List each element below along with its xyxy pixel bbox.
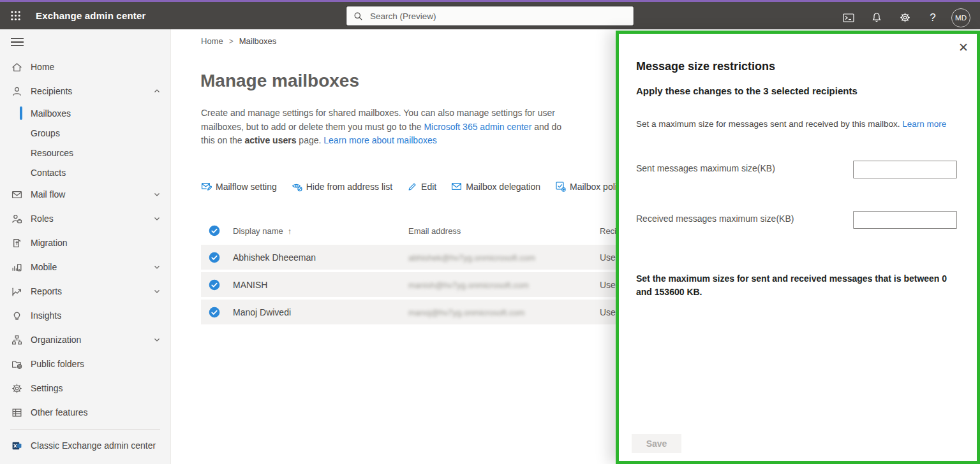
cloud-shell-button[interactable] xyxy=(835,4,863,31)
app-launcher-icon xyxy=(10,10,21,21)
edit-button[interactable]: Edit xyxy=(407,182,436,192)
display-name-text: Abhishek Dheeeman xyxy=(233,252,316,263)
sidebar-item-organization[interactable]: Organization xyxy=(0,328,170,352)
sidebar-item-public-folders[interactable]: Public folders xyxy=(0,352,170,376)
topbar: Exchange admin center xyxy=(0,0,980,29)
description-text: page. xyxy=(296,135,323,145)
hide-from-address-list-icon xyxy=(292,181,302,192)
sidebar-item-label: Groups xyxy=(31,128,60,138)
app-title: Exchange admin center xyxy=(36,10,146,21)
search-box[interactable] xyxy=(346,6,634,25)
help-icon: ? xyxy=(930,11,935,24)
email-text-redacted: abhishek@hv7yg.onmicrosoft.com xyxy=(408,253,535,263)
sidebar-item-other-features[interactable]: Other features xyxy=(0,400,170,424)
breadcrumb: Home > Mailboxes xyxy=(201,36,276,46)
column-header-display-name[interactable]: Display name ↑ xyxy=(233,226,408,236)
breadcrumb-separator: > xyxy=(229,37,234,46)
chevron-down-icon xyxy=(153,263,161,271)
cell-display-name: Manoj Dwivedi xyxy=(233,307,408,317)
table-grid-icon xyxy=(11,407,22,418)
hamburger-icon xyxy=(11,36,24,49)
app-launcher-button[interactable] xyxy=(0,2,31,29)
sidebar-item-label: Roles xyxy=(31,214,54,224)
bell-icon xyxy=(872,12,882,23)
sidebar: Home Recipients Mailboxes Groups Resourc… xyxy=(0,29,171,464)
org-chart-icon xyxy=(11,335,22,345)
sidebar-item-label: Migration xyxy=(31,238,68,248)
sent-max-size-label: Sent messages maximum size(KB) xyxy=(636,163,775,173)
column-header-label: Display name xyxy=(233,226,283,236)
cell-display-name: MANISH xyxy=(233,280,408,290)
sidebar-item-mail-flow[interactable]: Mail flow xyxy=(0,182,170,207)
sent-max-size-input[interactable] xyxy=(853,161,957,178)
migration-icon xyxy=(11,238,22,249)
breadcrumb-current[interactable]: Mailboxes xyxy=(239,36,277,46)
search-input[interactable] xyxy=(369,11,627,22)
toolbar-label: Mailflow setting xyxy=(216,182,277,192)
save-button[interactable]: Save xyxy=(632,434,681,453)
sidebar-item-label: Public folders xyxy=(31,359,84,369)
email-text-redacted: manoj@hv7yg.onmicrosoft.com xyxy=(408,308,524,317)
chevron-up-icon xyxy=(153,87,161,95)
learn-more-link[interactable]: Learn more xyxy=(902,119,946,129)
sidebar-item-classic-eac[interactable]: Classic Exchange admin center xyxy=(0,433,170,458)
select-all-checkbox[interactable] xyxy=(201,225,233,236)
gear-icon xyxy=(11,383,22,394)
help-button[interactable]: ? xyxy=(919,4,947,31)
row-checkbox[interactable] xyxy=(201,279,233,291)
page-description: Create and manage settings for shared ma… xyxy=(201,106,566,148)
received-max-size-input[interactable] xyxy=(853,211,957,229)
sidebar-item-contacts[interactable]: Contacts xyxy=(0,163,170,182)
column-header-email[interactable]: Email address xyxy=(408,226,600,236)
mailbox-delegation-icon xyxy=(451,181,462,192)
classic-exchange-icon xyxy=(11,440,22,451)
mobile-icon xyxy=(11,262,22,273)
sidebar-item-label: Recipients xyxy=(31,86,72,96)
settings-button[interactable] xyxy=(891,4,919,31)
sidebar-item-reports[interactable]: Reports xyxy=(0,279,170,303)
selected-check-icon xyxy=(209,307,220,318)
command-bar: Mailflow setting Hide from address list … xyxy=(201,181,633,192)
search-icon xyxy=(353,11,363,21)
nav-collapse-button[interactable] xyxy=(0,29,170,55)
sidebar-item-resources[interactable]: Resources xyxy=(0,143,170,163)
sidebar-item-mobile[interactable]: Mobile xyxy=(0,255,170,279)
sidebar-item-label: Resources xyxy=(31,148,73,158)
breadcrumb-home[interactable]: Home xyxy=(201,36,223,46)
folder-globe-icon xyxy=(11,359,22,370)
avatar: MD xyxy=(951,8,970,27)
sidebar-item-roles[interactable]: Roles xyxy=(0,207,170,231)
mailbox-delegation-button[interactable]: Mailbox delegation xyxy=(451,181,540,192)
row-checkbox[interactable] xyxy=(201,307,233,318)
close-button[interactable]: ✕ xyxy=(954,38,973,57)
sidebar-item-groups[interactable]: Groups xyxy=(0,123,170,143)
intro-text: Set a maximum size for messages sent and… xyxy=(636,119,902,129)
mailflow-setting-button[interactable]: Mailflow setting xyxy=(201,181,277,192)
account-button[interactable]: MD xyxy=(947,4,975,31)
m365-admin-center-link[interactable]: Microsoft 365 admin center xyxy=(424,122,531,132)
chevron-down-icon xyxy=(153,215,161,222)
notifications-button[interactable] xyxy=(863,4,891,31)
panel-subtitle: Apply these changes to the 3 selected re… xyxy=(636,85,858,96)
size-range-note: Set the maximum sizes for sent and recei… xyxy=(636,272,958,299)
cell-email: abhishek@hv7yg.onmicrosoft.com xyxy=(408,252,600,263)
sidebar-item-label: Mobile xyxy=(31,262,57,272)
column-header-label: Email address xyxy=(408,226,461,236)
received-max-size-label: Received messages maximum size(KB) xyxy=(636,214,794,224)
sidebar-item-insights[interactable]: Insights xyxy=(0,303,170,328)
sidebar-item-settings[interactable]: Settings xyxy=(0,376,170,400)
mailflow-setting-icon xyxy=(201,181,212,192)
row-checkbox[interactable] xyxy=(201,252,233,263)
people-icon xyxy=(11,86,22,97)
reports-icon xyxy=(11,286,22,297)
sidebar-nav: Home Recipients Mailboxes Groups Resourc… xyxy=(0,55,170,464)
learn-more-mailboxes-link[interactable]: Learn more about mailboxes xyxy=(323,135,436,145)
close-icon: ✕ xyxy=(958,40,969,55)
email-text-redacted: manish@hv7yg.onmicrosoft.com xyxy=(408,280,529,290)
hide-from-address-list-button[interactable]: Hide from address list xyxy=(292,181,392,192)
sidebar-item-home[interactable]: Home xyxy=(0,55,170,79)
sidebar-item-mailboxes[interactable]: Mailboxes xyxy=(0,103,170,123)
sidebar-item-recipients[interactable]: Recipients xyxy=(0,79,170,103)
sidebar-item-migration[interactable]: Migration xyxy=(0,231,170,255)
sidebar-item-label: Other features xyxy=(31,407,88,417)
